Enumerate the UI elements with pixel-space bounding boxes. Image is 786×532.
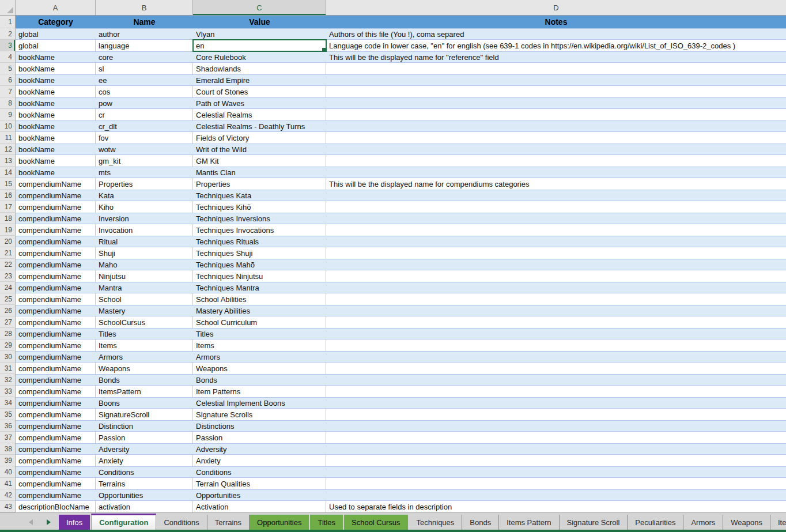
cell-value[interactable]: Conditions bbox=[193, 466, 326, 478]
cell-notes[interactable] bbox=[326, 190, 786, 201]
cell-name[interactable]: ItemsPattern bbox=[96, 386, 193, 397]
cell-notes[interactable] bbox=[326, 213, 786, 224]
cell-category[interactable]: bookName bbox=[16, 120, 96, 132]
cell-category[interactable]: compendiumName bbox=[16, 305, 96, 316]
row-header[interactable]: 14 bbox=[0, 167, 16, 178]
cell-name[interactable]: gm_kit bbox=[96, 155, 193, 167]
cell-name[interactable]: SignatureScroll bbox=[96, 409, 193, 420]
cell-value[interactable]: Techniques Ninjutsu bbox=[193, 270, 326, 282]
cell-category[interactable]: compendiumName bbox=[16, 489, 96, 501]
cell-value[interactable]: Weapons bbox=[193, 363, 326, 374]
cell-value[interactable]: Bonds bbox=[193, 374, 326, 386]
sheet-tab-terrains[interactable]: Terrains bbox=[207, 515, 250, 530]
sheet-tab-opportunities[interactable]: Opportunities bbox=[250, 515, 310, 530]
column-header-b[interactable]: B bbox=[96, 0, 193, 15]
cell-category[interactable]: compendiumName bbox=[16, 236, 96, 247]
cell-category[interactable]: compendiumName bbox=[16, 443, 96, 455]
row-header[interactable]: 8 bbox=[0, 97, 16, 109]
cell-category[interactable]: bookName bbox=[16, 144, 96, 155]
cell-name[interactable]: Conditions bbox=[96, 466, 193, 478]
cell-value[interactable]: Item Patterns bbox=[193, 386, 326, 397]
cell-category[interactable]: bookName bbox=[16, 74, 96, 86]
cell-value[interactable]: Mantis Clan bbox=[193, 167, 326, 178]
header-cell-value[interactable]: Value bbox=[193, 16, 326, 28]
cell-name[interactable]: Kata bbox=[96, 190, 193, 201]
cell-notes[interactable] bbox=[326, 282, 786, 293]
sheet-tab-peculiarities[interactable]: Peculiarities bbox=[628, 515, 683, 530]
cell-name[interactable]: Ninjutsu bbox=[96, 270, 193, 282]
row-header[interactable]: 35 bbox=[0, 409, 16, 420]
row-header[interactable]: 9 bbox=[0, 109, 16, 120]
cell-category[interactable]: compendiumName bbox=[16, 363, 96, 374]
row-header[interactable]: 31 bbox=[0, 363, 16, 374]
sheet-tab-items-pattern[interactable]: Items Pattern bbox=[499, 515, 559, 530]
row-header[interactable]: 36 bbox=[0, 420, 16, 432]
cell-category[interactable]: compendiumName bbox=[16, 466, 96, 478]
cell-category[interactable]: compendiumName bbox=[16, 201, 96, 213]
sheet-tab-techniques[interactable]: Techniques bbox=[409, 515, 463, 530]
cell-name[interactable]: Items bbox=[96, 339, 193, 351]
cell-notes[interactable] bbox=[326, 259, 786, 270]
header-cell-name[interactable]: Name bbox=[96, 16, 193, 28]
cell-name[interactable]: fov bbox=[96, 132, 193, 144]
cell-category[interactable]: compendiumName bbox=[16, 213, 96, 224]
cell-notes[interactable] bbox=[326, 305, 786, 316]
column-header-d[interactable]: D bbox=[326, 0, 786, 15]
cell-name[interactable]: pow bbox=[96, 97, 193, 109]
cell-name[interactable]: Shuji bbox=[96, 247, 193, 259]
cell-name[interactable]: Properties bbox=[96, 178, 193, 190]
cell-notes[interactable] bbox=[326, 339, 786, 351]
row-header[interactable]: 10 bbox=[0, 120, 16, 132]
cell-notes[interactable] bbox=[326, 224, 786, 236]
cell-category[interactable]: bookName bbox=[16, 132, 96, 144]
cell-category[interactable]: compendiumName bbox=[16, 259, 96, 270]
cell-name[interactable]: Terrains bbox=[96, 478, 193, 489]
row-header[interactable]: 20 bbox=[0, 236, 16, 247]
scroll-tabs-right-icon[interactable] bbox=[47, 519, 51, 525]
cell-category[interactable]: bookName bbox=[16, 86, 96, 97]
sheet-tab-configuration[interactable]: Configuration bbox=[91, 514, 156, 530]
cell-value[interactable]: Titles bbox=[193, 328, 326, 339]
cell-notes[interactable] bbox=[326, 247, 786, 259]
cell-notes[interactable] bbox=[326, 455, 786, 466]
cell-notes[interactable] bbox=[326, 478, 786, 489]
cell-value[interactable]: Celestial Realms bbox=[193, 109, 326, 120]
cell-category[interactable]: bookName bbox=[16, 51, 96, 63]
cell-name[interactable]: Bonds bbox=[96, 374, 193, 386]
cell-notes[interactable] bbox=[326, 144, 786, 155]
cell-value[interactable]: School Curriculum bbox=[193, 316, 326, 328]
cell-value[interactable]: Items bbox=[193, 339, 326, 351]
cell-notes[interactable] bbox=[326, 86, 786, 97]
sheet-tab-signature-scroll[interactable]: Signature Scroll bbox=[560, 515, 628, 530]
cell-notes[interactable] bbox=[326, 132, 786, 144]
row-header[interactable]: 3 bbox=[0, 40, 16, 51]
active-cell-C3[interactable]: en bbox=[193, 40, 326, 51]
cell-category[interactable]: bookName bbox=[16, 109, 96, 120]
row-header[interactable]: 26 bbox=[0, 305, 16, 316]
cell-name[interactable]: Opportunities bbox=[96, 489, 193, 501]
row-header[interactable]: 21 bbox=[0, 247, 16, 259]
row-header[interactable]: 18 bbox=[0, 213, 16, 224]
cell-value[interactable]: Techniques Rituals bbox=[193, 236, 326, 247]
cell-category[interactable]: compendiumName bbox=[16, 316, 96, 328]
cell-category[interactable]: compendiumName bbox=[16, 478, 96, 489]
select-all-corner[interactable] bbox=[0, 0, 16, 15]
header-cell-notes[interactable]: Notes bbox=[326, 16, 786, 28]
cell-value[interactable]: Fields of Victory bbox=[193, 132, 326, 144]
row-header[interactable]: 27 bbox=[0, 316, 16, 328]
row-header[interactable]: 40 bbox=[0, 466, 16, 478]
row-header[interactable]: 13 bbox=[0, 155, 16, 167]
cell-notes[interactable] bbox=[326, 293, 786, 305]
cell-value[interactable]: Techniques Kihõ bbox=[193, 201, 326, 213]
cell-notes[interactable] bbox=[326, 236, 786, 247]
row-header-1[interactable]: 1 bbox=[0, 16, 16, 28]
sheet-tab-armors[interactable]: Armors bbox=[683, 515, 723, 530]
row-header[interactable]: 29 bbox=[0, 339, 16, 351]
row-header[interactable]: 43 bbox=[0, 501, 16, 512]
cell-notes[interactable] bbox=[326, 270, 786, 282]
cell-notes[interactable] bbox=[326, 432, 786, 443]
cell-notes[interactable] bbox=[326, 374, 786, 386]
column-header-a[interactable]: A bbox=[16, 0, 96, 15]
cell-name[interactable]: Weapons bbox=[96, 363, 193, 374]
cell-name[interactable]: Kiho bbox=[96, 201, 193, 213]
